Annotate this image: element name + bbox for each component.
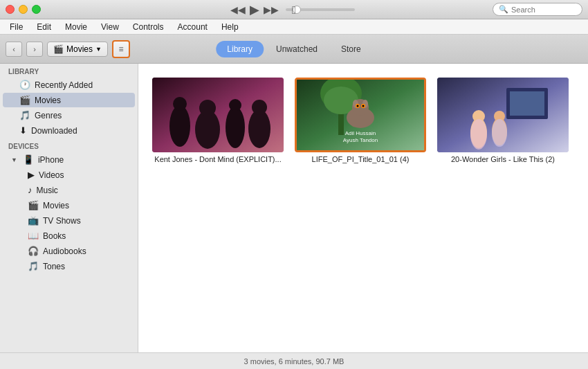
sidebar-item-tones[interactable]: 🎵 Tones [3, 259, 135, 273]
content-area: Kent Jones - Dont Mind (EXPLICIT)... [138, 64, 588, 352]
downloaded-icon: ⬇ [19, 125, 27, 136]
tab-library[interactable]: Library [216, 41, 264, 57]
movie-thumb-svg-2: Adil Hussain Ayush Tandon [297, 80, 424, 150]
videos-label: Videos [39, 170, 64, 180]
sidebar-item-books[interactable]: 📖 Books [3, 228, 135, 243]
search-box[interactable]: 🔍 [493, 3, 582, 16]
svg-point-31 [492, 119, 507, 147]
rewind-button[interactable]: ◀◀ [230, 4, 246, 15]
apple-logo:  [292, 4, 296, 17]
view-toggle-button[interactable]: ≡ [112, 40, 130, 58]
movie-title-2: LIFE_OF_PI_Title_01_01 (4) [312, 155, 410, 163]
music-label: Music [37, 186, 58, 195]
tv-shows-label: TV Shows [43, 216, 81, 226]
videos-icon: ▶ [28, 170, 35, 180]
menu-file[interactable]: File [4, 21, 28, 33]
movie-thumb-2: Adil Hussain Ayush Tandon [295, 78, 426, 152]
movie-thumb-inner-3 [437, 78, 569, 152]
menu-movie[interactable]: Movie [59, 21, 93, 33]
svg-text:Ayush Tandon: Ayush Tandon [343, 137, 378, 143]
main: Library 🕐 Recently Added 🎬 Movies 🎵 Genr… [0, 64, 588, 352]
movie-card-2[interactable]: Adil Hussain Ayush Tandon LIFE_OF_PI_Tit… [295, 78, 426, 163]
movie-card-3[interactable]: 20-Wonder Girls - Like This (2) [437, 78, 569, 163]
svg-point-8 [252, 100, 267, 115]
menu-view[interactable]: View [95, 21, 125, 33]
menu-edit[interactable]: Edit [31, 21, 57, 33]
fast-forward-button[interactable]: ▶▶ [264, 4, 279, 15]
books-icon: 📖 [28, 231, 39, 241]
movie-thumb-svg-3 [437, 78, 569, 152]
dropdown-icon: ▼ [95, 46, 102, 53]
close-button[interactable] [6, 5, 15, 14]
movies-label: Movies [35, 96, 61, 105]
svg-point-4 [199, 100, 216, 116]
menu-account[interactable]: Account [172, 21, 213, 33]
minimize-button[interactable] [19, 5, 28, 14]
svg-point-2 [173, 97, 187, 111]
audiobooks-label: Audiobooks [43, 246, 86, 256]
sidebar-item-videos[interactable]: ▶ Videos [3, 168, 135, 182]
recently-added-label: Recently Added [35, 80, 93, 90]
iphone-icon: 📱 [23, 154, 34, 165]
menu-bar: File Edit Movie View Controls Account He… [0, 19, 588, 35]
svg-point-1 [169, 105, 190, 147]
svg-text:Adil Hussain: Adil Hussain [345, 130, 376, 136]
movie-thumb-inner-2: Adil Hussain Ayush Tandon [297, 80, 424, 150]
svg-point-19 [357, 105, 359, 107]
recently-added-icon: 🕐 [19, 80, 30, 90]
sidebar-item-audiobooks[interactable]: 🎧 Audiobooks [3, 244, 135, 258]
library-section-header: Library [0, 64, 138, 77]
status-bar: 3 movies, 6 minutes, 90.7 MB [0, 352, 588, 369]
maximize-button[interactable] [32, 5, 41, 14]
svg-point-20 [362, 105, 365, 107]
tones-icon: 🎵 [28, 261, 39, 271]
list-view-icon: ≡ [118, 44, 123, 54]
sidebar-item-movies[interactable]: 🎬 Movies [3, 93, 135, 107]
movie-title-3: 20-Wonder Girls - Like This (2) [451, 155, 555, 163]
device-movies-label: Movies [43, 201, 69, 210]
back-button[interactable]: ‹ [6, 42, 22, 57]
movie-thumb-1 [152, 78, 284, 152]
tab-bar: Library Unwatched Store [216, 41, 371, 57]
iphone-triangle: ▼ [11, 156, 17, 163]
progress-bar[interactable] [286, 8, 355, 11]
svg-rect-25 [510, 91, 544, 116]
play-button[interactable]: ▶ [250, 2, 259, 17]
library-selector[interactable]: 🎬 Movies ▼ [47, 42, 108, 57]
menu-help[interactable]: Help [216, 21, 244, 33]
sidebar-item-recently-added[interactable]: 🕐 Recently Added [3, 78, 135, 92]
movie-card-1[interactable]: Kent Jones - Dont Mind (EXPLICIT)... [152, 78, 284, 163]
tab-unwatched[interactable]: Unwatched [265, 41, 329, 57]
search-icon: 🔍 [499, 5, 508, 14]
sidebar: Library 🕐 Recently Added 🎬 Movies 🎵 Genr… [0, 64, 138, 352]
iphone-label: iPhone [38, 155, 64, 165]
svg-point-30 [470, 119, 487, 150]
movies-icon: 🎬 [19, 95, 30, 105]
device-movies-icon: 🎬 [28, 200, 39, 210]
tv-shows-icon: 📺 [28, 215, 39, 226]
genres-icon: 🎵 [19, 110, 30, 120]
svg-point-5 [226, 107, 245, 148]
search-input[interactable] [511, 6, 573, 14]
sidebar-item-genres[interactable]: 🎵 Genres [3, 108, 135, 123]
movie-thumb-3 [437, 78, 569, 152]
status-text: 3 movies, 6 minutes, 90.7 MB [244, 357, 344, 366]
tones-label: Tones [43, 262, 65, 271]
movie-thumb-inner-1 [152, 78, 284, 152]
menu-controls[interactable]: Controls [127, 21, 169, 33]
books-label: Books [43, 231, 66, 241]
movie-title-1: Kent Jones - Dont Mind (EXPLICIT)... [154, 155, 281, 163]
svg-point-7 [248, 109, 270, 148]
sidebar-item-device-movies[interactable]: 🎬 Movies [3, 198, 135, 213]
sidebar-item-iphone[interactable]: ▼ 📱 iPhone [3, 152, 135, 167]
music-icon: ♪ [28, 185, 33, 195]
sidebar-item-downloaded[interactable]: ⬇ Downloaded [3, 123, 135, 138]
downloaded-label: Downloaded [31, 126, 77, 136]
audiobooks-icon: 🎧 [28, 246, 39, 256]
forward-button[interactable]: › [26, 42, 43, 57]
toolbar: ‹ › 🎬 Movies ▼ ≡ Library Unwatched Store [0, 35, 588, 64]
movie-thumb-svg-1 [152, 78, 284, 152]
tab-store[interactable]: Store [330, 41, 372, 57]
sidebar-item-music[interactable]: ♪ Music [3, 183, 135, 197]
sidebar-item-tv-shows[interactable]: 📺 TV Shows [3, 213, 135, 228]
